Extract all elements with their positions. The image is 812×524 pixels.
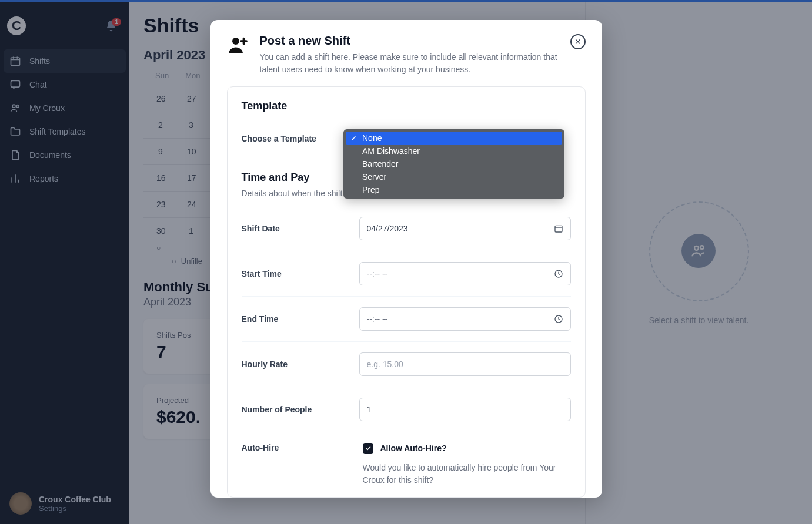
field-label: Auto-Hire: [242, 443, 359, 452]
field-label: End Time: [242, 314, 359, 324]
section-title: Template: [242, 100, 571, 112]
calendar-icon: [554, 224, 563, 233]
dropdown-option[interactable]: AM Dishwasher: [346, 145, 562, 157]
close-icon: ✕: [574, 37, 582, 46]
svg-point-6: [232, 38, 239, 45]
auto-hire-checkbox[interactable]: [363, 443, 373, 454]
hourly-rate-input[interactable]: [359, 352, 571, 376]
close-button[interactable]: ✕: [570, 34, 586, 49]
number-people-input[interactable]: [359, 398, 571, 421]
dropdown-option[interactable]: Server: [346, 170, 562, 183]
auto-hire-description: Would you like to automatically hire peo…: [363, 462, 571, 486]
field-label: Hourly Rate: [242, 360, 359, 369]
clock-icon: [554, 269, 563, 278]
dropdown-option[interactable]: Bartender: [346, 157, 562, 170]
modal-title: Post a new Shift: [260, 34, 577, 48]
shift-date-input[interactable]: [359, 217, 571, 240]
clock-icon: [554, 314, 563, 324]
checkbox-label: Allow Auto-Hire?: [380, 444, 447, 453]
dropdown-option[interactable]: Prep: [346, 183, 562, 196]
post-shift-modal: Post a new Shift You can add a shift her…: [210, 20, 602, 498]
end-time-input[interactable]: --:-- --: [359, 307, 571, 331]
modal-subtitle: You can add a shift here. Please make su…: [260, 51, 577, 76]
dropdown-option[interactable]: None: [346, 132, 562, 145]
start-time-input[interactable]: --:-- --: [359, 262, 571, 285]
field-label: Shift Date: [242, 224, 359, 233]
template-dropdown: None AM Dishwasher Bartender Server Prep: [343, 129, 564, 199]
svg-rect-7: [555, 226, 562, 232]
person-add-icon: [227, 34, 248, 55]
field-label: Choose a Template: [242, 134, 359, 143]
field-label: Number of People: [242, 405, 359, 414]
field-label: Start Time: [242, 269, 359, 278]
